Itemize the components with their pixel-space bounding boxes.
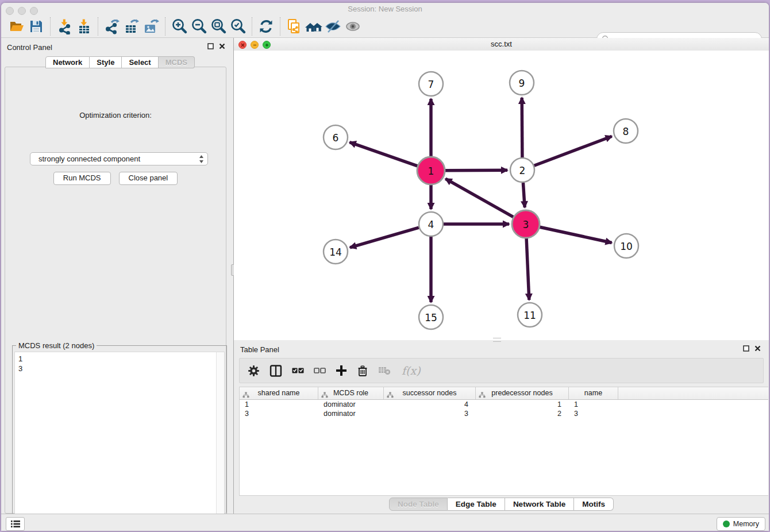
- column-header-successor-nodes[interactable]: successor nodes: [384, 387, 476, 399]
- create-new-column-icon[interactable]: [336, 365, 347, 376]
- svg-text:f(x): f(x): [402, 364, 421, 377]
- table-cell[interactable]: 3: [569, 409, 618, 418]
- result-scrollbar[interactable]: [216, 352, 224, 531]
- table-tabs: Node Table Edge Table Network Table Moti…: [234, 495, 769, 514]
- table-cell[interactable]: 3: [240, 409, 318, 418]
- zoom-in-icon[interactable]: [170, 17, 189, 36]
- save-session-icon[interactable]: [26, 17, 46, 36]
- network-from-file-icon[interactable]: [284, 17, 304, 36]
- graph-edge-3-10[interactable]: [540, 227, 611, 242]
- tab-select[interactable]: Select: [122, 56, 158, 68]
- toolbar-separator: [252, 17, 252, 36]
- table-cell[interactable]: dominator: [318, 409, 384, 418]
- graph-edge-4-14[interactable]: [350, 228, 419, 248]
- column-header-MCDS-role[interactable]: MCDS role: [318, 387, 384, 399]
- zoom-fit-icon[interactable]: [209, 17, 228, 36]
- network-canvas[interactable]: 7968124314101511: [234, 51, 769, 340]
- column-header-name[interactable]: name: [569, 387, 618, 399]
- delete-table-icon[interactable]: [378, 366, 391, 375]
- graph-edge-2-8[interactable]: [534, 136, 612, 165]
- control-panel-tabs: Network Style Select MCDS: [45, 56, 195, 68]
- table-body: 1dominator4113dominator323: [240, 400, 768, 418]
- network-window-resize-grip[interactable]: [493, 338, 501, 342]
- toolbar-separator: [165, 17, 165, 36]
- table-toolbar: f(x): [239, 358, 764, 383]
- table-cell[interactable]: 1: [569, 400, 618, 409]
- tab-network[interactable]: Network: [45, 56, 90, 68]
- delete-columns-icon[interactable]: [357, 365, 368, 377]
- column-header-predecessor-nodes[interactable]: predecessor nodes: [476, 387, 569, 399]
- tab-mcds[interactable]: MCDS: [159, 56, 195, 68]
- export-image-icon[interactable]: [141, 17, 161, 36]
- list-icon: [10, 519, 21, 529]
- graph-node-label: 14: [329, 246, 342, 258]
- table-cell[interactable]: 2: [476, 409, 569, 418]
- close-panel-icon[interactable]: [219, 43, 225, 49]
- tab-edge-table[interactable]: Edge Table: [448, 498, 505, 511]
- graph-node-label: 10: [620, 241, 633, 252]
- table-cell[interactable]: 3: [384, 409, 476, 418]
- graph-node-label: 15: [425, 312, 437, 323]
- column-header-label: shared name: [258, 389, 300, 397]
- graph-edge-3-11[interactable]: [526, 238, 529, 300]
- graph-edge-1-2[interactable]: [445, 170, 507, 171]
- export-network-icon[interactable]: [102, 17, 122, 36]
- window-titlebar[interactable]: Session: New Session: [1, 3, 769, 16]
- zoom-selected-icon[interactable]: [228, 17, 248, 36]
- memory-button[interactable]: Memory: [717, 517, 765, 531]
- unselect-all-columns-icon[interactable]: [314, 367, 326, 374]
- hide-graphics-details-icon[interactable]: [324, 17, 343, 36]
- zoom-out-icon[interactable]: [189, 17, 209, 36]
- graph-edge-2-9[interactable]: [522, 98, 522, 157]
- table-cell[interactable]: 1: [240, 400, 318, 409]
- optimization-criterion-value: strongly connected component: [38, 155, 199, 163]
- column-sort-icon: [479, 390, 486, 402]
- network-view-title: scc.txt: [234, 38, 769, 51]
- mcds-result-values: 1 3: [15, 352, 224, 375]
- table-row[interactable]: 1dominator411: [240, 400, 768, 409]
- task-history-button[interactable]: [6, 517, 25, 531]
- show-graphics-details-icon[interactable]: [343, 17, 363, 36]
- window-title: Session: New Session: [1, 3, 769, 16]
- table-cell[interactable]: dominator: [318, 400, 384, 409]
- graph-node-label: 1: [428, 165, 434, 177]
- close-panel-icon[interactable]: [754, 345, 761, 352]
- optimization-criterion-select[interactable]: strongly connected component: [30, 152, 208, 165]
- graph-node-label: 7: [428, 79, 434, 90]
- column-header-shared-name[interactable]: shared name: [240, 387, 318, 399]
- optimization-criterion-label: Optimization criterion:: [5, 111, 226, 119]
- float-panel-icon[interactable]: [743, 345, 749, 352]
- open-session-icon[interactable]: [7, 17, 26, 36]
- table-row[interactable]: 3dominator323: [240, 409, 768, 418]
- graph-edge-2-3[interactable]: [523, 183, 525, 207]
- toolbar-separator: [280, 17, 280, 36]
- tab-node-table[interactable]: Node Table: [389, 498, 448, 511]
- run-mcds-button[interactable]: Run MCDS: [53, 172, 111, 185]
- tab-motifs[interactable]: Motifs: [574, 498, 614, 511]
- graph-node-label: 4: [428, 219, 434, 230]
- table-options-icon[interactable]: [248, 365, 260, 377]
- tab-style[interactable]: Style: [90, 56, 122, 68]
- control-panel: Control Panel Network Style Select MCDS …: [1, 38, 233, 514]
- export-table-icon[interactable]: [122, 17, 141, 36]
- column-sort-icon: [387, 390, 394, 402]
- tab-network-table[interactable]: Network Table: [505, 498, 574, 511]
- column-sort-icon: [321, 390, 328, 402]
- table-cell[interactable]: 1: [476, 400, 569, 409]
- column-header-label: successor nodes: [403, 389, 457, 397]
- select-all-columns-icon[interactable]: [292, 367, 304, 374]
- mcds-result-textarea[interactable]: 1 3: [14, 352, 225, 531]
- mcds-result-title: MCDS result (2 nodes): [16, 341, 97, 350]
- show-column-icon[interactable]: [270, 365, 282, 377]
- function-builder-icon[interactable]: f(x): [401, 364, 421, 377]
- apply-preferred-layout-icon[interactable]: [256, 17, 276, 36]
- home-icon[interactable]: [304, 17, 324, 36]
- graph-edge-1-6[interactable]: [350, 142, 418, 166]
- close-panel-button[interactable]: Close panel: [119, 172, 178, 185]
- graph-edge-3-1[interactable]: [445, 179, 513, 217]
- table-cell[interactable]: 4: [384, 400, 476, 409]
- column-sort-icon: [242, 390, 249, 402]
- import-table-icon[interactable]: [74, 17, 94, 36]
- float-panel-icon[interactable]: [207, 43, 214, 49]
- import-network-icon[interactable]: [55, 17, 74, 36]
